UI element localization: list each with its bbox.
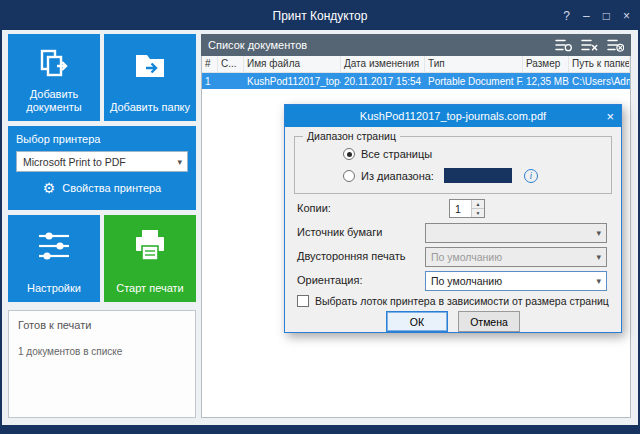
add-documents-icon <box>35 47 73 86</box>
chevron-down-icon: ▾ <box>596 228 601 238</box>
close-button[interactable]: × <box>623 9 630 23</box>
cell-modified: 20.11.2017 15:54 <box>341 74 425 89</box>
dialog-close-button[interactable]: × <box>606 105 614 127</box>
column-header-modified[interactable]: Дата изменения <box>341 56 425 72</box>
column-header-num[interactable]: # <box>202 56 218 72</box>
info-icon[interactable]: i <box>524 169 538 183</box>
add-folder-label: Добавить папку <box>108 101 192 114</box>
tray-checkbox-row[interactable]: Выбрать лоток принтера в зависимости от … <box>297 295 609 307</box>
all-pages-label: Все страницы <box>361 148 432 160</box>
duplex-label: Двусторонняя печать <box>297 250 405 262</box>
column-header-filename[interactable]: Имя файла <box>244 56 341 72</box>
cell-filename: KushPod112017_top-jou... <box>244 74 341 89</box>
copies-value[interactable]: 1 <box>450 200 471 217</box>
printer-panel-title: Выбор принтера <box>16 133 188 145</box>
printer-panel: Выбор принтера Microsoft Print to PDF ▾ … <box>8 126 196 210</box>
copies-label: Копии: <box>297 202 331 214</box>
minimize-button[interactable]: – <box>583 9 590 23</box>
cell-type: Portable Document F... <box>425 74 523 89</box>
from-range-radio[interactable] <box>343 170 355 182</box>
ok-button[interactable]: ОК <box>386 311 448 332</box>
page-range-legend: Диапазон страниц <box>303 130 400 142</box>
status-count-text: 1 документов в списке <box>18 346 186 357</box>
start-print-button[interactable]: Старт печати <box>104 215 196 302</box>
paper-source-select[interactable]: ▾ <box>425 223 607 243</box>
copies-stepper[interactable]: 1 ▲ ▼ <box>449 199 485 218</box>
settings-label: Настройки <box>12 282 96 295</box>
from-range-label: Из диапазона: <box>361 170 434 182</box>
paper-source-row: Источник бумаги ▾ <box>297 223 607 243</box>
document-list-header: Список документов <box>201 34 631 56</box>
spin-down-icon[interactable]: ▼ <box>472 209 484 217</box>
duplex-value: По умолчанию <box>431 251 502 263</box>
printer-properties-label: Свойства принтера <box>62 182 161 194</box>
duplex-select[interactable]: По умолчанию ▾ <box>425 247 607 267</box>
help-button[interactable]: ? <box>563 9 570 23</box>
document-list-title: Список документов <box>208 39 307 51</box>
from-range-option[interactable]: Из диапазона: i <box>343 168 538 183</box>
start-print-label: Старт печати <box>108 282 192 295</box>
column-header-status[interactable]: С... <box>218 56 244 72</box>
clear-list-icon[interactable] <box>607 38 624 52</box>
printer-select[interactable]: Microsoft Print to PDF ▾ <box>16 151 188 172</box>
cancel-button[interactable]: Отмена <box>458 311 520 332</box>
chevron-down-icon: ▾ <box>177 157 182 167</box>
printer-properties-button[interactable]: ⚙ Свойства принтера <box>16 181 188 195</box>
settings-button[interactable]: Настройки <box>8 215 100 302</box>
all-pages-radio[interactable] <box>343 148 355 160</box>
column-header-size[interactable]: Размер <box>523 56 569 72</box>
cell-num: 1 <box>202 74 218 89</box>
dialog-titlebar: KushPod112017_top-journals.com.pdf × <box>285 105 621 127</box>
list-options-icon[interactable] <box>555 38 572 52</box>
add-documents-button[interactable]: Добавить документы <box>8 34 100 121</box>
cell-status <box>218 79 244 83</box>
orientation-label: Ориентация: <box>297 274 363 286</box>
add-documents-label: Добавить документы <box>12 88 96 114</box>
chevron-down-icon: ▾ <box>596 276 601 286</box>
spin-up-icon[interactable]: ▲ <box>472 200 484 209</box>
chevron-down-icon: ▾ <box>596 252 601 262</box>
printer-select-value: Microsoft Print to PDF <box>23 156 126 168</box>
range-input[interactable] <box>444 168 512 183</box>
list-header-icons <box>555 38 624 52</box>
gear-icon: ⚙ <box>43 181 56 195</box>
cell-path: C:\Users\Admin\Desktop\ <box>569 74 630 89</box>
cell-size: 12,35 MB <box>523 74 569 89</box>
status-box: Готов к печати 1 документов в списке <box>8 310 196 418</box>
tray-checkbox-label: Выбрать лоток принтера в зависимости от … <box>315 295 609 307</box>
remove-document-icon[interactable] <box>581 38 598 52</box>
printer-icon <box>130 228 170 267</box>
app-window: Принт Кондуктор ? – □ × Добавить докумен… <box>0 0 640 434</box>
tray-checkbox[interactable] <box>297 295 309 307</box>
sliders-icon <box>34 228 74 267</box>
window-controls: ? – □ × <box>563 2 630 30</box>
column-header-path[interactable]: Путь к папке <box>569 56 630 72</box>
copies-spin-buttons: ▲ ▼ <box>471 200 484 217</box>
titlebar: Принт Кондуктор ? – □ × <box>2 2 638 30</box>
table-row[interactable]: 1 KushPod112017_top-jou... 20.11.2017 15… <box>202 73 630 89</box>
table-header-row: # С... Имя файла Дата изменения Тип Разм… <box>202 56 630 73</box>
status-ready-text: Готов к печати <box>18 319 186 331</box>
page-range-groupbox: Диапазон страниц Все страницы Из диапазо… <box>294 136 612 194</box>
orientation-value: По умолчанию <box>431 275 502 287</box>
copies-row: Копии: 1 ▲ ▼ <box>297 199 607 219</box>
duplex-row: Двусторонняя печать По умолчанию ▾ <box>297 247 607 267</box>
orientation-row: Ориентация: По умолчанию ▾ <box>297 271 607 291</box>
add-folder-icon <box>131 47 169 86</box>
window-title: Принт Кондуктор <box>273 9 368 23</box>
maximize-button[interactable]: □ <box>603 9 610 23</box>
orientation-select[interactable]: По умолчанию ▾ <box>425 271 607 291</box>
column-header-type[interactable]: Тип <box>425 56 523 72</box>
document-settings-dialog: KushPod112017_top-journals.com.pdf × Диа… <box>284 104 622 333</box>
dialog-buttons: ОК Отмена <box>285 311 621 332</box>
all-pages-option[interactable]: Все страницы <box>343 148 432 160</box>
add-folder-button[interactable]: Добавить папку <box>104 34 196 121</box>
dialog-body: Диапазон страниц Все страницы Из диапазо… <box>285 127 621 333</box>
paper-source-label: Источник бумаги <box>297 226 382 238</box>
dialog-title: KushPod112017_top-journals.com.pdf <box>360 110 546 122</box>
